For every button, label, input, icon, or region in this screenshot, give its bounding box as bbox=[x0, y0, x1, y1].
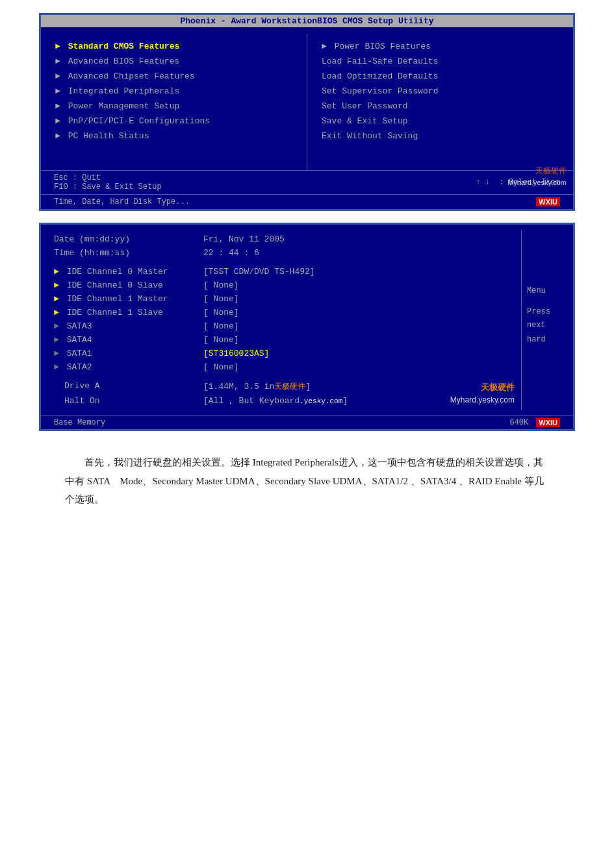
bios2-row-ide1-master[interactable]: ► IDE Channel 1 Master [ None] bbox=[54, 292, 508, 306]
bios2-label-sata2: ► SATA2 bbox=[54, 362, 203, 372]
bios2-row-sata4[interactable]: ► SATA4 [ None] bbox=[54, 333, 508, 347]
arrow-icon: ► bbox=[54, 349, 59, 358]
bios2-label-drive-a: Drive A bbox=[54, 381, 203, 392]
arrow-icon: ► bbox=[54, 308, 59, 317]
side-menu-next: next bbox=[527, 319, 568, 333]
bios-menu-item-save-exit[interactable]: Save & Exit Setup bbox=[320, 114, 560, 129]
myhard-watermark: Myhard.yesky.com bbox=[507, 179, 567, 186]
bios2-label-date: Date (mm:dd:yy) bbox=[54, 234, 203, 244]
bios2-side-menu: Menu Press next hard bbox=[527, 284, 568, 347]
bios-screen-2: Date (mm:dd:yy) Fri, Nov 11 2005 Time (h… bbox=[39, 223, 575, 431]
bios2-row-ide0-master[interactable]: ► IDE Channel 0 Master [TSST CDW/DVD TS-… bbox=[54, 265, 508, 279]
bios2-footer-value: 640K bbox=[509, 418, 528, 427]
bios-menu-body: ► Standard CMOS Features ► Advanced BIOS… bbox=[41, 27, 573, 170]
bios-footer-left: Esc : Quit F10 : Save & Exit Setup bbox=[54, 173, 162, 192]
bios2-value-ide1s: [ None] bbox=[203, 308, 239, 317]
side-menu-hard: hard bbox=[527, 333, 568, 347]
bios2-value-date: Fri, Nov 11 2005 bbox=[203, 234, 285, 244]
bios-title: Phoenix - Award WorkstationBIOS CMOS Set… bbox=[41, 15, 573, 27]
bios2-value-ide0m: [TSST CDW/DVD TS-H492] bbox=[203, 267, 315, 277]
bios2-row-sata2[interactable]: ► SATA2 [ None] bbox=[54, 360, 508, 374]
bios-quit-hint: Esc : Quit bbox=[54, 173, 162, 182]
bios-right-column: ► Power BIOS Features Load Fail-Safe Def… bbox=[307, 34, 573, 170]
bios2-label-sata3: ► SATA3 bbox=[54, 321, 203, 331]
bios-menu-item-power-bios[interactable]: ► Power BIOS Features bbox=[320, 39, 560, 54]
bios-menu-item-supervisor-pw[interactable]: Set Supervisor Password bbox=[320, 84, 560, 99]
arrow-icon: ► bbox=[322, 42, 327, 51]
bios-left-column: ► Standard CMOS Features ► Advanced BIOS… bbox=[41, 34, 307, 170]
bios2-value-sata4: [ None] bbox=[203, 335, 239, 345]
bios2-value-sata1: [ST3160023AS] bbox=[203, 349, 269, 358]
bios-screen-1: Phoenix - Award WorkstationBIOS CMOS Set… bbox=[39, 13, 575, 211]
bios-save-hint: F10 : Save & Exit Setup bbox=[54, 182, 162, 192]
bios2-value-sata2: [ None] bbox=[203, 362, 239, 372]
arrow-icon: ► bbox=[55, 56, 60, 66]
arrow-icon: ► bbox=[55, 131, 60, 141]
secondary-text: Secondary bbox=[152, 476, 193, 486]
bios2-label-ide1s: ► IDE Channel 1 Slave bbox=[54, 308, 203, 317]
arrow-icon: ► bbox=[54, 294, 59, 304]
bios-menu-item-load-optimized[interactable]: Load Optimized Defaults bbox=[320, 69, 560, 84]
bios2-footer: Base Memory 640K WXIU bbox=[41, 415, 573, 429]
bios2-tianji-watermark: 天极硬件 bbox=[481, 382, 515, 393]
bios-menu-item-pnp[interactable]: ► PnP/PCI/PCI-E Configurations bbox=[54, 114, 294, 129]
bios2-value-halt: [All , But Keyboard.yesky.com] bbox=[203, 396, 348, 406]
arrow-icon: ► bbox=[55, 71, 60, 81]
side-menu-press: Press bbox=[527, 305, 568, 319]
page-container: Phoenix - Award WorkstationBIOS CMOS Set… bbox=[0, 0, 614, 532]
arrow-icon: ► bbox=[54, 321, 59, 331]
bios2-row-sata1[interactable]: ► SATA1 [ST3160023AS] bbox=[54, 347, 508, 360]
bios2-value-ide0s: [ None] bbox=[203, 280, 239, 290]
bios2-label-ide0m: ► IDE Channel 0 Master bbox=[54, 267, 203, 277]
bios-menu-item-health[interactable]: ► PC Health Status bbox=[54, 129, 294, 143]
bios-menu-item-power[interactable]: ► Power Management Setup bbox=[54, 99, 294, 114]
bios2-wxiu-badge: WXIU bbox=[536, 418, 560, 427]
bios2-value-ide1m: [ None] bbox=[203, 294, 239, 304]
arrow-icon: ► bbox=[54, 280, 59, 290]
bios2-row-sata3[interactable]: ► SATA3 [ None] bbox=[54, 319, 508, 333]
bios2-row-ide1-slave[interactable]: ► IDE Channel 1 Slave [ None] bbox=[54, 306, 508, 319]
bios-menu-item-exit-nosave[interactable]: Exit Without Saving bbox=[320, 129, 560, 143]
bios-menu-item-advanced-chipset[interactable]: ► Advanced Chipset Features bbox=[54, 69, 294, 84]
side-menu-menu: Menu bbox=[527, 284, 568, 299]
bios2-myhard-watermark: Myhard.yesky.com bbox=[450, 395, 515, 404]
bios2-label-ide0s: ► IDE Channel 0 Slave bbox=[54, 280, 203, 290]
bios2-footer-label: Base Memory bbox=[54, 418, 105, 427]
bios2-label-sata1: ► SATA1 bbox=[54, 349, 203, 358]
bios2-row-drive-a: Drive A [1.44M, 3.5 in天极硬件] bbox=[54, 379, 508, 394]
arrow-icon: ► bbox=[55, 42, 60, 51]
article-text-content: 首先，我们进行硬盘的相关设置。选择 Integrated Peripherals… bbox=[65, 457, 544, 504]
bios2-label-ide1m: ► IDE Channel 1 Master bbox=[54, 294, 203, 304]
arrow-icon: ► bbox=[54, 335, 59, 345]
bios2-row-ide0-slave[interactable]: ► IDE Channel 0 Slave [ None] bbox=[54, 279, 508, 292]
bios2-side-col: Menu Press next hard bbox=[521, 230, 573, 410]
bios2-value-drive-a: [1.44M, 3.5 in天极硬件] bbox=[203, 381, 311, 392]
tianji-watermark: 天极硬件 bbox=[535, 166, 567, 177]
bios2-value-sata3: [ None] bbox=[203, 321, 239, 331]
bios-footer: Esc : Quit F10 : Save & Exit Setup ↑ ↓ :… bbox=[41, 170, 573, 194]
bios2-label-sata4: ► SATA4 bbox=[54, 335, 203, 345]
bios2-label-halt: Halt On bbox=[54, 396, 203, 406]
bios2-row-time: Time (hh:mm:ss) 22 : 44 : 6 bbox=[54, 246, 508, 260]
bios-menu-item-integrated[interactable]: ► Integrated Peripherals bbox=[54, 84, 294, 99]
bios2-label-time: Time (hh:mm:ss) bbox=[54, 248, 203, 258]
bios-menu-item-user-pw[interactable]: Set User Password bbox=[320, 99, 560, 114]
bios-menu-item-standard[interactable]: ► Standard CMOS Features bbox=[54, 39, 294, 54]
wxiu-badge: WXIU bbox=[536, 197, 560, 206]
arrow-icon: ► bbox=[54, 362, 59, 372]
bios2-row-date: Date (mm:dd:yy) Fri, Nov 11 2005 bbox=[54, 232, 508, 246]
article-paragraph: 首先，我们进行硬盘的相关设置。选择 Integrated Peripherals… bbox=[39, 443, 575, 519]
bios-menu-item-load-failsafe[interactable]: Load Fail-Safe Defaults bbox=[320, 54, 560, 69]
bios-status-bar: Time, Date, Hard Disk Type... WXIU bbox=[41, 194, 573, 209]
arrow-icon: ► bbox=[55, 116, 60, 126]
bios2-row-halt: Halt On [All , But Keyboard.yesky.com] bbox=[54, 394, 508, 408]
bios-status-text: Time, Date, Hard Disk Type... bbox=[54, 197, 190, 206]
arrow-icon: ► bbox=[55, 101, 60, 111]
bios-menu-item-advanced-bios[interactable]: ► Advanced BIOS Features bbox=[54, 54, 294, 69]
arrow-icon: ► bbox=[55, 86, 60, 96]
arrow-icon: ► bbox=[54, 267, 59, 277]
bios2-value-time: 22 : 44 : 6 bbox=[203, 248, 259, 258]
bios2-main-col: Date (mm:dd:yy) Fri, Nov 11 2005 Time (h… bbox=[41, 230, 521, 410]
